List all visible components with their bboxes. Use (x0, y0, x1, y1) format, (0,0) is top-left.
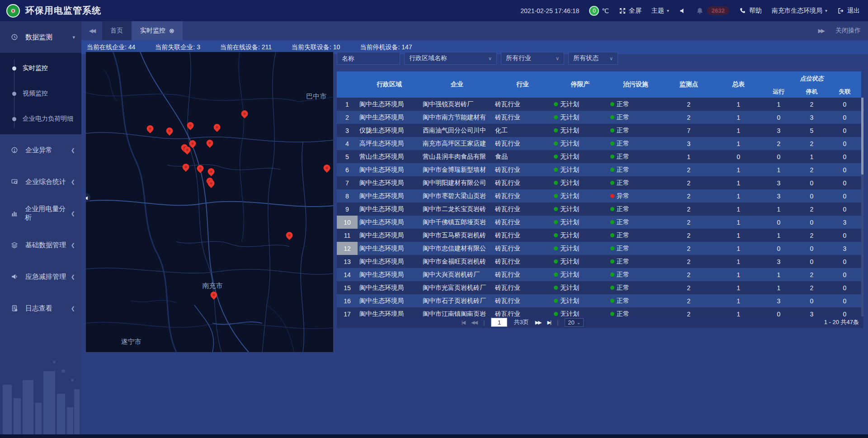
row-lost: 0 (828, 268, 861, 281)
table-row[interactable]: 10阆中生态环境局阆中千佛镇五郎垭页岩砖瓦行业无计划正常21003 (337, 216, 861, 229)
table-row[interactable]: 15阆中生态环境局阆中市光富页岩机砖厂砖瓦行业无计划正常21120 (337, 281, 861, 294)
sidebar-group-5[interactable]: 应急减排管理❮ (0, 261, 81, 292)
page-size-select[interactable]: 20 ⌄ (565, 318, 584, 327)
row-facility-status: 正常 (609, 216, 663, 229)
sidebar-group-0[interactable]: 数据监测▾ (0, 21, 81, 53)
row-company: 西南油气田分公司川中 (421, 124, 493, 137)
status-dot-icon (554, 168, 558, 172)
sidebar-group-6[interactable]: 日志查看❮ (0, 292, 81, 324)
row-facility-status: 正常 (609, 255, 663, 268)
industry-filter-select[interactable]: 所有行业 ∨ (501, 52, 564, 65)
range-label: 1 - 20 共47条 (824, 318, 859, 326)
row-industry: 砖瓦行业 (493, 242, 552, 255)
row-stop-status: 无计划 (552, 229, 609, 242)
row-index: 1 (337, 98, 358, 111)
main-content: 当前在线企业: 44当前失联企业: 3当前在线设备: 211当前失联设备: 10… (81, 40, 868, 434)
name-filter-input[interactable] (342, 55, 395, 62)
fullscreen-label: 全屏 (629, 7, 642, 15)
status-dot-icon (610, 259, 614, 264)
row-facility-status: 正常 (609, 98, 663, 111)
sidebar-group-1[interactable]: 企业异常❮ (0, 134, 81, 166)
table-row[interactable]: 14阆中生态环境局阆中大兴页岩机砖厂砖瓦行业无计划正常21120 (337, 268, 861, 281)
row-facility-status: 正常 (609, 281, 663, 294)
org-dropdown[interactable]: 南充市生态环境局 ▾ (772, 7, 827, 15)
table-row[interactable]: 5营山生态环境局营山县润丰肉食品有限食品无计划正常10010 (337, 150, 861, 163)
page-number-input[interactable] (491, 318, 507, 327)
row-index: 4 (337, 137, 358, 150)
table-header-row: 行政区域企业行业停限产治污设施监测点总表点位状态 (337, 71, 861, 86)
row-index: 13 (337, 255, 358, 268)
sidebar-submenu: 实时监控视频监控企业电力负荷明细 (0, 53, 81, 134)
first-page-button[interactable]: |◀ (462, 320, 465, 325)
row-stop-status: 无计划 (552, 124, 609, 137)
close-operations-button[interactable]: 关闭操作 (835, 27, 861, 35)
help-button[interactable]: 帮助 (739, 7, 762, 15)
table-row[interactable]: 16阆中生态环境局阆中市石子页岩机砖厂砖瓦行业无计划正常21300 (337, 294, 861, 307)
tab-实时监控[interactable]: 实时监控⊗ (132, 21, 183, 40)
row-industry: 砖瓦行业 (493, 111, 552, 124)
last-page-button[interactable]: ▶| (547, 320, 551, 325)
sidebar-group-2[interactable]: 企业综合统计❮ (0, 166, 81, 198)
logout-button[interactable]: 退出 (837, 7, 860, 15)
table-row[interactable]: 8阆中生态环境局阆中市枣碧大梁山页岩砖瓦行业无计划异常21300 (337, 189, 861, 203)
theme-dropdown[interactable]: 主题 ▾ (651, 7, 669, 15)
table-row[interactable]: 9阆中生态环境局阆中市二龙长宝页岩砖砖瓦行业无计划正常21120 (337, 203, 861, 216)
sidebar-group-4[interactable]: 基础数据管理❮ (0, 229, 81, 261)
table-row[interactable]: 11阆中生态环境局阆中市五马桥页岩机砖砖瓦行业无计划正常21120 (337, 229, 861, 242)
row-halt: 2 (795, 281, 828, 294)
notifications-button[interactable] (696, 7, 703, 14)
chevron-left-icon: ❮ (71, 211, 75, 217)
row-run: 1 (762, 281, 795, 294)
row-company: 阆中市金博瑞新型墙材 (421, 163, 493, 176)
chart-icon (11, 210, 20, 217)
row-lost: 0 (828, 137, 861, 150)
row-points: 2 (663, 281, 715, 294)
table-row[interactable]: 7阆中生态环境局阆中明阳建材有限公司砖瓦行业无计划正常21300 (337, 176, 861, 189)
row-company: 阆中市南方节能建材有 (421, 111, 493, 124)
row-stop-status: 无计划 (552, 189, 609, 203)
tabs-scroll-left-button[interactable]: ◀◀ (81, 21, 102, 40)
status-filter-select[interactable]: 所有状态 ∨ (568, 52, 618, 65)
table-row[interactable]: 4高坪生态环境局南充市高坪区王家店建砖瓦行业无计划正常31220 (337, 137, 861, 150)
datetime-label: 2021-02-25 17:46:18 (520, 7, 579, 14)
tab-close-icon[interactable]: ⊗ (169, 27, 175, 34)
row-halt: 2 (795, 229, 828, 242)
row-meters: 1 (715, 242, 762, 255)
page-size-value: 20 (568, 319, 574, 326)
next-page-button[interactable]: ▶▶ (535, 320, 541, 325)
row-stop-status: 无计划 (552, 216, 609, 229)
table-row[interactable]: 2阆中生态环境局阆中市南方节能建材有砖瓦行业无计划正常21030 (337, 111, 861, 124)
logout-icon (837, 7, 844, 14)
row-stop-status: 无计划 (552, 242, 609, 255)
table-row[interactable]: 6阆中生态环境局阆中市金博瑞新型墙材砖瓦行业无计划正常21120 (337, 163, 861, 176)
region-filter-select[interactable]: 行政区域名称 ∨ (404, 52, 497, 65)
sound-button[interactable] (679, 7, 686, 14)
row-halt: 2 (795, 203, 828, 216)
fullscreen-button[interactable]: 全屏 (619, 7, 642, 15)
table-row[interactable]: 13阆中生态环境局阆中市金福旺页岩机砖砖瓦行业无计划正常21300 (337, 255, 861, 268)
status-filter-value: 所有状态 (573, 54, 599, 62)
status-dot-icon (554, 312, 558, 316)
tab-首页[interactable]: 首页 (102, 21, 131, 40)
table-row[interactable]: 12阆中生态环境局阆中市忠信建材有限公砖瓦行业无计划正常21003 (337, 242, 861, 255)
row-halt: 3 (795, 111, 828, 124)
sidebar-item-实时监控[interactable]: 实时监控 (0, 56, 81, 81)
sidebar-item-视频监控[interactable]: 视频监控 (0, 81, 81, 106)
prev-page-button[interactable]: ◀◀ (471, 320, 477, 325)
row-meters: 1 (715, 163, 762, 176)
row-facility-status: 正常 (609, 163, 663, 176)
row-meters: 1 (715, 137, 762, 150)
tabs-scroll-right-button[interactable]: ▶▶ (818, 28, 824, 34)
sidebar-item-企业电力负荷明细[interactable]: 企业电力负荷明细 (0, 106, 81, 132)
table-scrollbar[interactable] (861, 98, 863, 326)
message-count-badge[interactable]: 2632 (707, 6, 729, 15)
row-meters: 1 (715, 124, 762, 137)
table-row[interactable]: 3仪陇生态环境局西南油气田分公司川中化工无计划正常71350 (337, 124, 861, 137)
sidebar-group-3[interactable]: 企业用电量分析❮ (0, 198, 81, 229)
table-row[interactable]: 1阆中生态环境局阆中强锐页岩砖厂砖瓦行业无计划正常21120 (337, 98, 861, 111)
map-panel[interactable]: 巴中市南充市遂宁市 ◀ (86, 52, 333, 352)
row-index: 9 (337, 203, 358, 216)
status-dot-icon (554, 181, 558, 185)
chevron-down-icon: ▾ (667, 8, 669, 13)
row-points: 2 (663, 229, 715, 242)
